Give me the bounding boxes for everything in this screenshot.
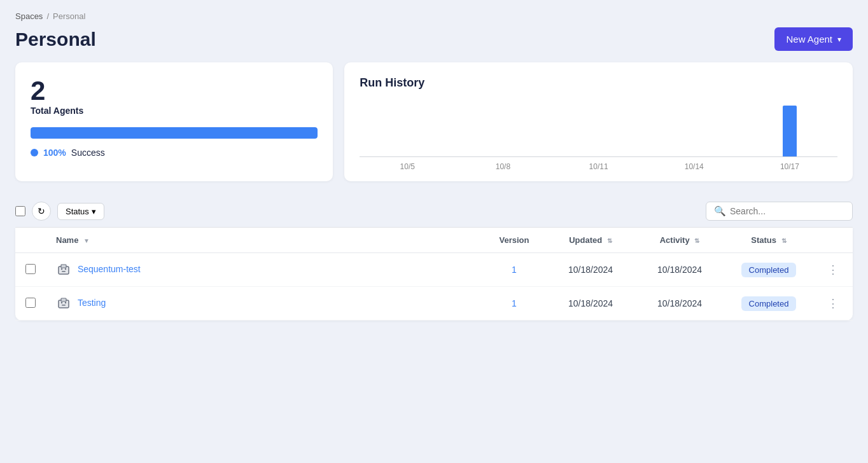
page-title: Personal bbox=[15, 29, 96, 50]
row-checkbox-cell bbox=[15, 253, 46, 287]
th-status-label: Status bbox=[751, 235, 776, 245]
agents-table-container: Name ▼ Version Updated ⇅ Activity ⇅ bbox=[15, 228, 853, 321]
th-name: Name ▼ bbox=[46, 228, 482, 253]
row-more-cell: ⋮ bbox=[813, 287, 853, 321]
status-filter-button[interactable]: Status ▾ bbox=[57, 203, 104, 220]
svg-rect-9 bbox=[62, 305, 66, 306]
chart-bar-4 bbox=[783, 106, 797, 156]
row-name-cell: Testing bbox=[46, 287, 482, 321]
search-box[interactable]: 🔍 bbox=[706, 202, 853, 221]
activity-sort-icon[interactable]: ⇅ bbox=[694, 237, 699, 244]
row-activity-cell: 10/18/2024 bbox=[635, 287, 724, 321]
svg-rect-4 bbox=[62, 271, 66, 272]
svg-rect-1 bbox=[61, 265, 66, 268]
svg-point-3 bbox=[65, 268, 66, 270]
row-more-button-0[interactable]: ⋮ bbox=[823, 261, 843, 278]
breadcrumb-current: Personal bbox=[53, 11, 85, 21]
progress-bar-track bbox=[31, 127, 318, 139]
version-link-0[interactable]: 1 bbox=[512, 265, 517, 275]
row-version-cell: 1 bbox=[482, 253, 546, 287]
th-activity: Activity ⇅ bbox=[635, 228, 724, 253]
toolbar: ↻ Status ▾ 🔍 bbox=[15, 195, 853, 228]
breadcrumb-separator: / bbox=[46, 11, 49, 21]
select-all-checkbox[interactable] bbox=[15, 206, 25, 216]
chart-labels: 10/510/810/1110/1410/17 bbox=[360, 162, 837, 171]
name-sort-icon[interactable]: ▼ bbox=[83, 237, 90, 244]
new-agent-button[interactable]: New Agent ▾ bbox=[774, 27, 853, 51]
table-row: Sequentum-test 1 10/18/2024 10/18/2024 C… bbox=[15, 253, 853, 287]
row-updated-cell: 10/18/2024 bbox=[546, 287, 635, 321]
run-history-card: Run History 10/510/810/1110/1410/17 bbox=[344, 62, 853, 181]
row-activity-cell: 10/18/2024 bbox=[635, 253, 724, 287]
version-link-1[interactable]: 1 bbox=[512, 298, 517, 308]
row-checkbox-0[interactable] bbox=[25, 264, 36, 274]
row-more-cell: ⋮ bbox=[813, 253, 853, 287]
chart-label-2: 10/11 bbox=[551, 162, 647, 171]
success-dot bbox=[31, 149, 38, 156]
success-label: Success bbox=[71, 148, 105, 158]
success-row: 100% Success bbox=[31, 148, 318, 158]
run-history-chart: 10/510/810/1110/1410/17 bbox=[360, 101, 837, 171]
th-more bbox=[813, 228, 853, 253]
refresh-icon: ↻ bbox=[38, 206, 45, 216]
row-status-cell: Completed bbox=[724, 253, 813, 287]
cards-row: 2 Total Agents 100% Success Run History … bbox=[15, 62, 853, 181]
chart-bars bbox=[360, 100, 837, 157]
th-updated: Updated ⇅ bbox=[546, 228, 635, 253]
chart-label-0: 10/5 bbox=[360, 162, 455, 171]
progress-bar-fill bbox=[31, 127, 318, 139]
status-sort-icon[interactable]: ⇅ bbox=[781, 237, 787, 244]
total-agents-label: Total Agents bbox=[31, 106, 318, 116]
table-header-row: Name ▼ Version Updated ⇅ Activity ⇅ bbox=[15, 228, 853, 253]
svg-point-2 bbox=[61, 268, 62, 270]
agents-tbody: Sequentum-test 1 10/18/2024 10/18/2024 C… bbox=[15, 253, 853, 321]
chart-label-3: 10/14 bbox=[647, 162, 742, 171]
agent-name-link-0[interactable]: Sequentum-test bbox=[78, 264, 141, 274]
updated-sort-icon[interactable]: ⇅ bbox=[607, 237, 612, 244]
chart-label-4: 10/17 bbox=[742, 162, 837, 171]
success-pct: 100% bbox=[43, 148, 66, 158]
agent-icon-1 bbox=[56, 296, 71, 311]
agent-name-link-1[interactable]: Testing bbox=[78, 298, 106, 308]
chevron-down-icon: ▾ bbox=[837, 35, 841, 44]
chart-label-1: 10/8 bbox=[455, 162, 550, 171]
row-more-button-1[interactable]: ⋮ bbox=[823, 295, 843, 312]
th-version: Version bbox=[482, 228, 546, 253]
table-row: Testing 1 10/18/2024 10/18/2024 Complete… bbox=[15, 287, 853, 321]
total-agents-number: 2 bbox=[31, 76, 318, 106]
th-name-label: Name bbox=[56, 235, 78, 245]
th-checkbox bbox=[15, 228, 46, 253]
row-checkbox-1[interactable] bbox=[25, 298, 36, 308]
status-filter-label: Status bbox=[66, 207, 89, 216]
svg-rect-6 bbox=[61, 298, 66, 301]
chart-bar-col-4 bbox=[742, 106, 837, 156]
agents-table: Name ▼ Version Updated ⇅ Activity ⇅ bbox=[15, 228, 853, 321]
status-filter-chevron: ▾ bbox=[92, 207, 96, 216]
page-header: Personal New Agent ▾ bbox=[15, 27, 853, 51]
th-status: Status ⇅ bbox=[724, 228, 813, 253]
status-badge-0: Completed bbox=[741, 263, 797, 277]
search-input[interactable] bbox=[730, 206, 844, 216]
row-version-cell: 1 bbox=[482, 287, 546, 321]
stats-card: 2 Total Agents 100% Success bbox=[15, 62, 333, 181]
row-updated-cell: 10/18/2024 bbox=[546, 253, 635, 287]
th-updated-label: Updated bbox=[569, 235, 602, 245]
th-version-label: Version bbox=[500, 235, 529, 245]
svg-point-7 bbox=[61, 302, 62, 303]
breadcrumb: Spaces / Personal bbox=[15, 11, 853, 21]
agent-icon-0 bbox=[56, 262, 71, 277]
th-activity-label: Activity bbox=[660, 235, 690, 245]
svg-point-8 bbox=[65, 302, 66, 303]
new-agent-label: New Agent bbox=[786, 34, 832, 45]
search-icon: 🔍 bbox=[714, 205, 726, 217]
run-history-title: Run History bbox=[360, 76, 837, 90]
breadcrumb-spaces[interactable]: Spaces bbox=[15, 11, 43, 21]
row-name-cell: Sequentum-test bbox=[46, 253, 482, 287]
refresh-button[interactable]: ↻ bbox=[32, 202, 51, 221]
status-badge-1: Completed bbox=[741, 296, 797, 311]
row-checkbox-cell bbox=[15, 287, 46, 321]
row-status-cell: Completed bbox=[724, 287, 813, 321]
